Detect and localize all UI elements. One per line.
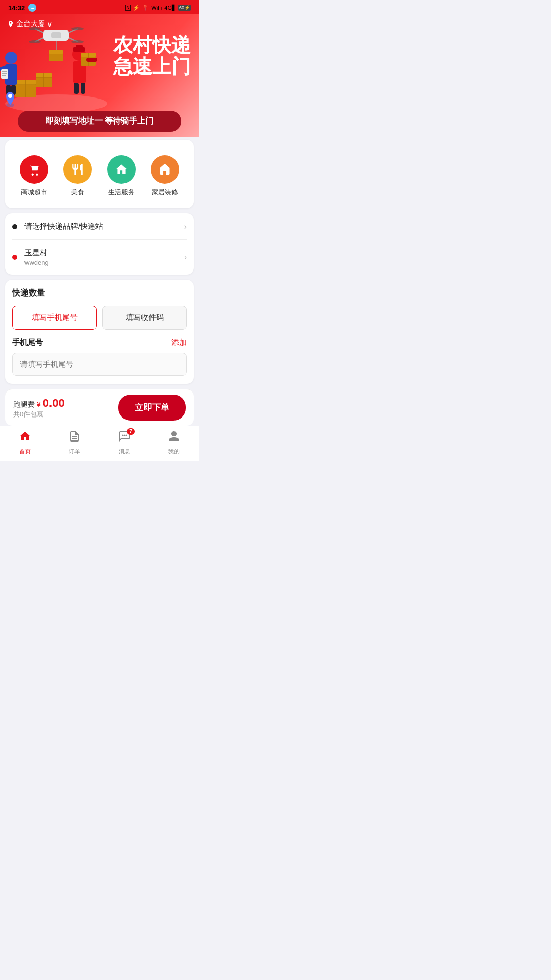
- bluetooth-icon: ⚡: [133, 5, 140, 11]
- cat-icon-food: [63, 155, 92, 184]
- cat-label-life: 生活服务: [108, 188, 135, 197]
- status-icons: 🄽 ⚡ 📍 WiFi 4G▋ 60⚡: [125, 5, 191, 11]
- toggle-tabs: 填写手机尾号 填写收件码: [12, 306, 187, 330]
- svg-point-44: [123, 435, 125, 436]
- svg-rect-25: [86, 58, 97, 62]
- wifi-icon: WiFi: [151, 5, 162, 11]
- bottom-nav: 首页 订单 7 消息 我的: [0, 426, 199, 461]
- status-time: 14:32: [8, 4, 25, 12]
- battery-icon: 60⚡: [178, 5, 191, 11]
- messages-nav-icon: 7: [118, 430, 131, 446]
- home-nav-icon: [19, 430, 31, 446]
- category-life[interactable]: 生活服务: [107, 155, 136, 197]
- tab-code[interactable]: 填写收件码: [102, 306, 187, 330]
- category-home[interactable]: 家居装修: [151, 155, 179, 197]
- package-card: 快递数量 填写手机尾号 填写收件码 手机尾号 添加: [5, 280, 194, 384]
- message-badge: 7: [127, 428, 135, 435]
- price-row: 跑腿费 ¥ 0.00: [13, 397, 65, 410]
- cat-icon-home: [151, 155, 179, 184]
- brand-dot: [12, 224, 17, 229]
- svg-rect-15: [2, 75, 6, 76]
- cat-label-mall: 商城超市: [21, 188, 47, 197]
- brand-select-row[interactable]: 请选择快递品牌/快递站 ›: [12, 213, 187, 240]
- nav-messages-label: 消息: [119, 448, 130, 455]
- svg-rect-20: [76, 45, 83, 49]
- svg-point-37: [71, 40, 84, 43]
- hero-title-line1: 农村快递: [113, 35, 191, 56]
- village-code: wwdeng: [24, 259, 184, 266]
- nav-home-label: 首页: [19, 448, 31, 455]
- package-count: 共0件包裹: [13, 410, 65, 419]
- category-mall[interactable]: 商城超市: [20, 155, 48, 197]
- svg-point-36: [29, 40, 41, 43]
- brand-text: 请选择快递品牌/快递站: [24, 222, 184, 231]
- svg-rect-13: [2, 71, 7, 72]
- svg-point-35: [71, 27, 84, 30]
- svg-rect-14: [2, 73, 7, 74]
- hero-title-line2: 急速上门: [113, 56, 191, 78]
- cat-icon-mall: [20, 155, 48, 184]
- cta-text: 即刻填写地址一 等待骑手上门: [45, 116, 154, 125]
- delivery-select-card: 请选择快递品牌/快递站 › 玉星村 wwdeng ›: [5, 213, 194, 275]
- add-button[interactable]: 添加: [171, 338, 187, 348]
- hero-banner: 金台大厦 ∨ 农村快递 急速上门: [0, 14, 199, 137]
- delivery-illustration: [0, 24, 112, 116]
- signal-icon: 4G▋: [164, 5, 176, 11]
- cloud-icon: ☁: [28, 4, 36, 12]
- svg-rect-29: [51, 32, 61, 38]
- svg-point-43: [122, 435, 123, 436]
- field-label-text: 手机尾号: [12, 338, 43, 348]
- categories-card: 商城超市 美食 生活服务 家居装修: [5, 140, 194, 208]
- package-section-title: 快递数量: [12, 288, 187, 299]
- svg-point-34: [29, 27, 41, 30]
- category-food[interactable]: 美食: [63, 155, 92, 197]
- profile-nav-icon: [168, 430, 180, 446]
- nav-messages[interactable]: 7 消息: [118, 430, 131, 455]
- svg-point-42: [8, 94, 12, 98]
- village-name: 玉星村: [24, 248, 184, 258]
- cat-label-home: 家居装修: [152, 188, 178, 197]
- nav-orders[interactable]: 订单: [68, 430, 81, 455]
- tab-phone[interactable]: 填写手机尾号: [12, 306, 97, 330]
- categories-row: 商城超市 美食 生活服务 家居装修: [12, 148, 187, 200]
- nav-home[interactable]: 首页: [19, 430, 31, 455]
- village-dot: [12, 255, 17, 260]
- svg-point-45: [125, 435, 127, 436]
- cat-icon-life: [107, 155, 136, 184]
- svg-point-9: [5, 52, 17, 64]
- nav-profile[interactable]: 我的: [168, 430, 180, 455]
- phone-tail-input[interactable]: [12, 353, 187, 376]
- status-bar: 14:32 ☁ 🄽 ⚡ 📍 WiFi 4G▋ 60⚡: [0, 0, 199, 14]
- village-select-row[interactable]: 玉星村 wwdeng ›: [12, 240, 187, 275]
- location-icon: 📍: [142, 5, 149, 11]
- nav-orders-label: 订单: [69, 448, 80, 455]
- brand-chevron: ›: [184, 222, 187, 231]
- price-amount: 0.00: [43, 397, 65, 410]
- field-label-row: 手机尾号 添加: [12, 338, 187, 348]
- orders-nav-icon: [68, 430, 81, 446]
- hero-illustration: [0, 24, 112, 116]
- svg-rect-27: [81, 83, 85, 94]
- price-currency: ¥: [37, 400, 41, 408]
- order-bar: 跑腿费 ¥ 0.00 共0件包裹 立即下单: [5, 389, 194, 426]
- nfc-icon: 🄽: [125, 5, 131, 11]
- village-text: 玉星村 wwdeng: [24, 248, 184, 266]
- svg-rect-26: [74, 83, 79, 94]
- price-area: 跑腿费 ¥ 0.00 共0件包裹: [13, 397, 65, 419]
- nav-profile-label: 我的: [168, 448, 180, 455]
- village-chevron: ›: [184, 253, 187, 262]
- order-button[interactable]: 立即下单: [118, 395, 186, 421]
- cta-banner[interactable]: 即刻填写地址一 等待骑手上门: [18, 111, 181, 132]
- cat-label-food: 美食: [71, 188, 84, 197]
- fee-label: 跑腿费: [13, 400, 35, 409]
- hero-title: 农村快递 急速上门: [113, 35, 191, 78]
- brand-placeholder: 请选择快递品牌/快递站: [24, 222, 184, 231]
- svg-rect-40: [49, 50, 63, 54]
